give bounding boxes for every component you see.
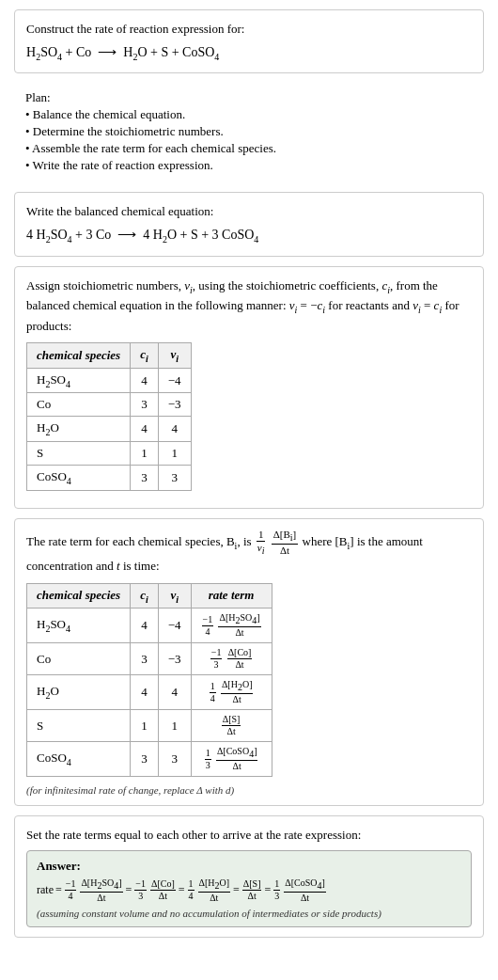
rt-col-ci: ci [131, 583, 159, 609]
table-row: CoSO4 3 3 [27, 466, 192, 491]
plan-step-1: • Balance the chemical equation. [25, 107, 473, 122]
stoich-intro: Assign stoichiometric numbers, νi, using… [26, 277, 472, 336]
rate-footnote: (for infinitesimal rate of change, repla… [26, 784, 472, 796]
rate-delta-s: Δ[S]Δt [242, 878, 262, 902]
answer-label: Answer: [37, 859, 461, 874]
rate-delta-h2o: Δ[H2O]Δt [198, 877, 231, 904]
eq4: = [264, 883, 271, 897]
rt-ci-co: 3 [131, 643, 159, 675]
species-s: S [27, 442, 131, 466]
eq1: = [126, 883, 132, 897]
rt-species-co: Co [27, 643, 131, 675]
rate-frac-neg14: −14 [65, 878, 77, 902]
delta-fraction-intro: Δ[Bi] Δt [272, 529, 299, 557]
balanced-label: Write the balanced chemical equation: [26, 202, 472, 221]
rt-species-s: S [27, 710, 131, 742]
rate-delta-h2so4: Δ[H2SO4]Δt [80, 877, 122, 904]
rt-rate-co: −13 Δ[Co]Δt [191, 643, 272, 675]
ci-co: 3 [131, 393, 159, 417]
rt-ci-coso4: 3 [131, 742, 159, 777]
main-reaction: H2SO4 + Co ⟶ H2O + S + CoSO4 [26, 44, 472, 62]
vi-co: −3 [158, 393, 191, 417]
answer-note: (assuming constant volume and no accumul… [37, 908, 461, 919]
species-h2so4: H2SO4 [27, 368, 131, 393]
balanced-equation: 4 H2SO4 + 3 Co ⟶ 4 H2O + S + 3 CoSO4 [26, 227, 472, 245]
rt-ci-h2so4: 4 [131, 609, 159, 643]
rt-rate-h2o: 14 Δ[H2O]Δt [191, 675, 272, 710]
plan-step-2: • Determine the stoichiometric numbers. [25, 124, 473, 139]
answer-box: Answer: rate = −14 Δ[H2SO4]Δt = −13 Δ[Co… [26, 850, 472, 927]
rate-intro: The rate term for each chemical species,… [26, 529, 472, 576]
rt-vi-h2so4: −4 [158, 609, 191, 643]
table-row: S 1 1 [27, 442, 192, 466]
ci-h2so4: 4 [131, 368, 159, 393]
rt-ci-h2o: 4 [131, 675, 159, 710]
rate-fraction-intro: 1 νi [256, 529, 267, 557]
stoich-section: Assign stoichiometric numbers, νi, using… [14, 266, 484, 509]
plan-step-3: • Assemble the rate term for each chemic… [25, 141, 473, 156]
rt-col-vi: νi [158, 583, 191, 609]
set-equal-label: Set the rate terms equal to each other t… [26, 826, 472, 845]
rt-col-rate: rate term [191, 583, 272, 609]
rate-frac-neg13: −13 [134, 878, 147, 902]
rt-species-coso4: CoSO4 [27, 742, 131, 777]
construct-label: Construct the rate of reaction expressio… [26, 20, 472, 39]
table-row: Co 3 −3 −13 Δ[Co]Δt [27, 643, 272, 675]
answer-section: Set the rate terms equal to each other t… [14, 815, 484, 938]
ci-s: 1 [131, 442, 159, 466]
equals-sign: = [55, 883, 62, 897]
vi-coso4: 3 [158, 466, 191, 491]
rt-ci-s: 1 [131, 710, 159, 742]
plan-title: Plan: [25, 90, 473, 105]
col-vi: νi [158, 343, 191, 369]
table-row: S 1 1 Δ[S]Δt [27, 710, 272, 742]
rate-delta-coso4: Δ[CoSO4]Δt [284, 877, 326, 904]
col-ci: ci [131, 343, 159, 369]
rt-vi-h2o: 4 [158, 675, 191, 710]
header-section: Construct the rate of reaction expressio… [14, 9, 484, 73]
rt-col-species: chemical species [27, 583, 131, 609]
vi-h2so4: −4 [158, 368, 191, 393]
species-coso4: CoSO4 [27, 466, 131, 491]
eq3: = [233, 883, 240, 897]
col-species: chemical species [27, 343, 131, 369]
rt-rate-coso4: 13 Δ[CoSO4]Δt [191, 742, 272, 777]
rate-expression: rate = −14 Δ[H2SO4]Δt = −13 Δ[Co]Δt = 14… [37, 877, 461, 904]
plan-step-4: • Write the rate of reaction expression. [25, 158, 473, 173]
table-row: H2O 4 4 14 Δ[H2O]Δt [27, 675, 272, 710]
stoich-table: chemical species ci νi H2SO4 4 −4 Co 3 −… [26, 342, 192, 490]
vi-h2o: 4 [158, 417, 191, 442]
rate-table: chemical species ci νi rate term H2SO4 4… [26, 583, 272, 778]
table-row: Co 3 −3 [27, 393, 192, 417]
table-row: H2SO4 4 −4 [27, 368, 192, 393]
rt-species-h2o: H2O [27, 675, 131, 710]
rt-vi-co: −3 [158, 643, 191, 675]
rate-frac-14: 14 [188, 878, 195, 902]
species-h2o: H2O [27, 417, 131, 442]
table-row: H2O 4 4 [27, 417, 192, 442]
eq2: = [179, 883, 185, 897]
vi-s: 1 [158, 442, 191, 466]
rate-frac-13: 13 [273, 878, 280, 902]
table-row: CoSO4 3 3 13 Δ[CoSO4]Δt [27, 742, 272, 777]
plan-section: Plan: • Balance the chemical equation. •… [14, 83, 484, 182]
rate-section: The rate term for each chemical species,… [14, 518, 484, 806]
rt-vi-coso4: 3 [158, 742, 191, 777]
ci-coso4: 3 [131, 466, 159, 491]
balanced-section: Write the balanced chemical equation: 4 … [14, 192, 484, 256]
table-row: H2SO4 4 −4 −14 Δ[H2SO4]Δt [27, 609, 272, 643]
rate-word: rate [37, 883, 54, 897]
rt-species-h2so4: H2SO4 [27, 609, 131, 643]
rt-rate-s: Δ[S]Δt [191, 710, 272, 742]
species-co: Co [27, 393, 131, 417]
ci-h2o: 4 [131, 417, 159, 442]
rate-delta-co: Δ[Co]Δt [150, 878, 176, 902]
rt-vi-s: 1 [158, 710, 191, 742]
rt-rate-h2so4: −14 Δ[H2SO4]Δt [191, 609, 272, 643]
